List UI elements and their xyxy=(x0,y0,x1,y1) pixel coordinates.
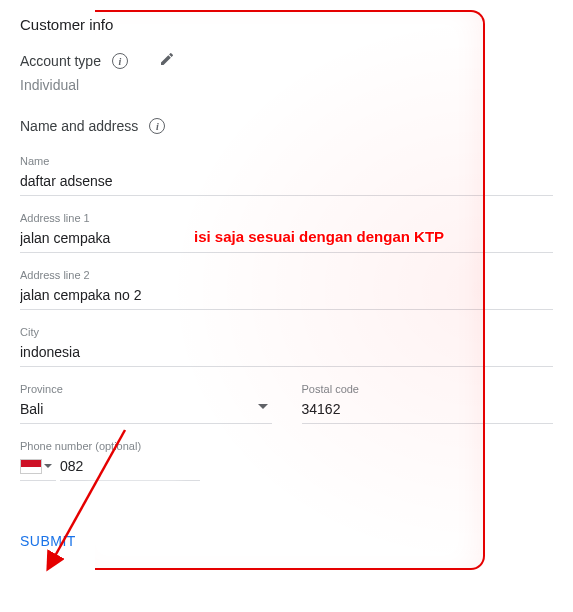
flag-icon xyxy=(20,459,42,474)
name-field: Name xyxy=(20,155,553,196)
info-icon[interactable]: i xyxy=(148,117,166,135)
city-input[interactable] xyxy=(20,340,553,367)
province-label: Province xyxy=(20,383,272,395)
name-address-label: Name and address xyxy=(20,118,138,134)
address1-field: Address line 1 xyxy=(20,212,553,253)
name-label: Name xyxy=(20,155,553,167)
province-field: Province xyxy=(20,383,272,424)
submit-button[interactable]: SUBMIT xyxy=(20,527,76,555)
chevron-down-icon xyxy=(44,464,52,469)
province-select[interactable] xyxy=(20,397,272,424)
address2-input[interactable] xyxy=(20,283,553,310)
city-field: City xyxy=(20,326,553,367)
phone-field: Phone number (optional) xyxy=(20,440,230,481)
edit-icon[interactable] xyxy=(159,51,175,71)
country-flag-selector[interactable] xyxy=(20,459,56,481)
city-label: City xyxy=(20,326,553,338)
name-input[interactable] xyxy=(20,169,553,196)
address2-field: Address line 2 xyxy=(20,269,553,310)
address1-input[interactable] xyxy=(20,226,553,253)
name-address-header: Name and address i xyxy=(20,117,553,135)
section-title: Customer info xyxy=(20,16,553,33)
postal-field: Postal code xyxy=(302,383,554,424)
phone-label: Phone number (optional) xyxy=(20,440,230,452)
info-icon[interactable]: i xyxy=(111,52,129,70)
postal-input[interactable] xyxy=(302,397,554,424)
postal-label: Postal code xyxy=(302,383,554,395)
address2-label: Address line 2 xyxy=(20,269,553,281)
account-type-label: Account type xyxy=(20,53,101,69)
address1-label: Address line 1 xyxy=(20,212,553,224)
account-type-value: Individual xyxy=(20,77,553,93)
phone-input[interactable] xyxy=(60,454,200,481)
account-type-row: Account type i xyxy=(20,51,553,71)
